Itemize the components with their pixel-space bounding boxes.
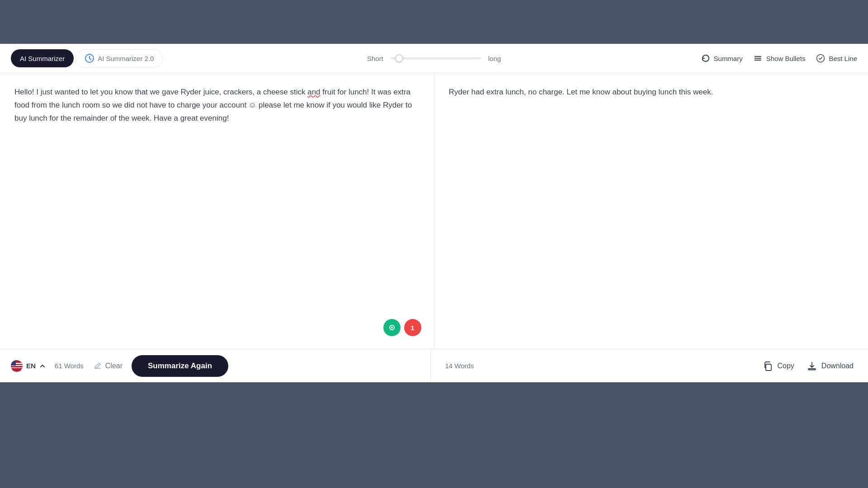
svg-rect-16 — [11, 366, 23, 367]
refresh-icon — [701, 54, 710, 63]
tab-ai-summarizer-2-label: AI Summarizer 2.0 — [98, 55, 154, 62]
left-panel[interactable]: Hello! I just wanted to let you know tha… — [0, 73, 434, 349]
top-bar — [0, 0, 868, 44]
tab-group: AI Summarizer AI Summarizer 2.0 — [11, 49, 163, 67]
language-button[interactable]: EN — [11, 360, 46, 372]
ai-summarizer-2-icon — [85, 54, 94, 63]
svg-rect-19 — [11, 360, 16, 366]
svg-point-4 — [755, 56, 756, 57]
tab-ai-summarizer-2[interactable]: AI Summarizer 2.0 — [75, 49, 163, 67]
tab-ai-summarizer-label: AI Summarizer — [20, 55, 65, 62]
svg-rect-20 — [766, 364, 771, 371]
length-slider-track[interactable] — [391, 57, 481, 59]
bottom-right: 14 Words Copy — [431, 349, 868, 382]
flag-icon — [11, 360, 23, 372]
eraser-icon — [93, 361, 102, 371]
svg-point-7 — [817, 55, 825, 62]
length-slider-thumb[interactable] — [395, 54, 403, 62]
summary-text: Ryder had extra lunch, no charge. Let me… — [449, 86, 854, 99]
spell-check-highlight: and — [307, 88, 320, 96]
download-label: Download — [821, 362, 854, 370]
copy-icon — [763, 361, 773, 371]
show-bullets-button[interactable]: Show Bullets — [754, 54, 806, 63]
green-badge[interactable] — [383, 319, 401, 336]
download-button[interactable]: Download — [807, 361, 854, 371]
summarize-label: Summarize Again — [148, 361, 212, 370]
short-label: Short — [367, 55, 383, 62]
svg-point-6 — [755, 60, 756, 61]
right-panel: Ryder had extra lunch, no charge. Let me… — [434, 73, 868, 349]
toolbar-actions: Summary Show Bullets — [701, 54, 857, 63]
summarize-again-button[interactable]: Summarize Again — [132, 355, 228, 377]
show-bullets-label: Show Bullets — [766, 55, 806, 62]
summary-button[interactable]: Summary — [701, 54, 743, 63]
badges-container: 1 — [383, 319, 421, 336]
copy-label: Copy — [777, 362, 794, 370]
download-icon — [807, 361, 817, 371]
best-line-label: Best Line — [829, 55, 857, 62]
bottom-left: EN 61 Words Clear Summarize — [0, 349, 431, 382]
clear-label: Clear — [105, 362, 123, 370]
copy-button[interactable]: Copy — [763, 361, 794, 371]
left-word-count: 61 Words — [55, 362, 84, 370]
length-control: Short long — [367, 55, 501, 62]
content-area: Hello! I just wanted to let you know tha… — [0, 73, 868, 349]
main-container: AI Summarizer AI Summarizer 2.0 Short lo… — [0, 44, 868, 382]
red-badge-count[interactable]: 1 — [404, 319, 421, 336]
summary-label: Summary — [714, 55, 743, 62]
svg-rect-17 — [11, 368, 23, 369]
clear-button[interactable]: Clear — [93, 361, 123, 371]
bottom-bar: EN 61 Words Clear Summarize — [0, 349, 868, 382]
best-line-button[interactable]: Best Line — [816, 54, 857, 63]
svg-rect-18 — [11, 370, 23, 371]
chevron-up-icon — [39, 363, 46, 369]
language-code: EN — [26, 362, 36, 370]
bottom-footer — [0, 382, 868, 465]
svg-rect-21 — [808, 369, 816, 370]
svg-point-9 — [391, 327, 393, 328]
svg-point-5 — [755, 58, 756, 59]
input-text: Hello! I just wanted to let you know tha… — [14, 86, 420, 125]
list-icon — [754, 54, 763, 63]
circle-check-icon — [816, 54, 825, 63]
right-actions: Copy Download — [763, 361, 854, 371]
toolbar: AI Summarizer AI Summarizer 2.0 Short lo… — [0, 44, 868, 73]
tab-ai-summarizer[interactable]: AI Summarizer — [11, 49, 74, 67]
right-word-count: 14 Words — [445, 362, 474, 370]
long-label: long — [488, 55, 501, 62]
